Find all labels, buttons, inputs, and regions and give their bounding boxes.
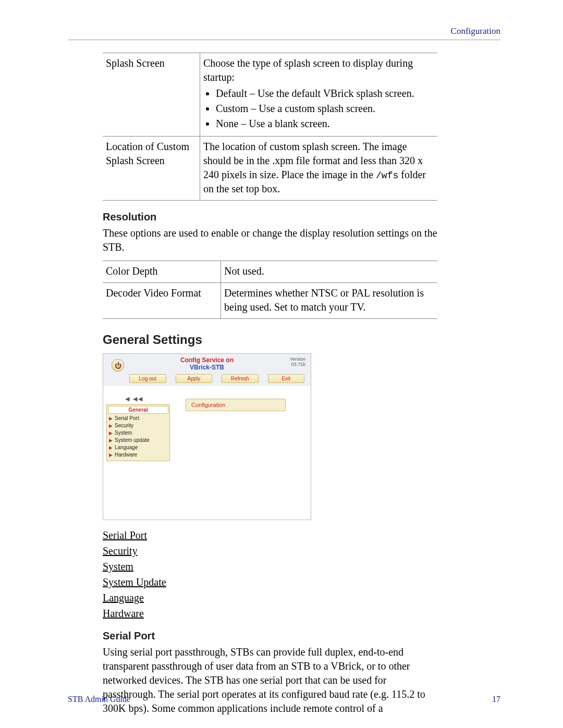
list-item: None – Use a blank screen.: [216, 117, 432, 131]
sidebar-item-label: System update: [115, 437, 150, 443]
triangle-icon: ▶: [109, 430, 113, 436]
inline-code: /wfs: [376, 170, 398, 181]
sidebar-item-label: Hardware: [115, 452, 137, 458]
resolution-table: Color Depth Not used. Decoder Video Form…: [103, 261, 437, 319]
title-line2: VBrick-STB: [190, 364, 224, 371]
nav-arrows-icon[interactable]: ◀ ◀◀: [106, 396, 170, 402]
cell-label: Decoder Video Format: [103, 283, 221, 319]
version-value: 03.71b: [291, 362, 305, 367]
link-system-update[interactable]: System Update: [103, 576, 166, 588]
exit-button[interactable]: Exit: [268, 374, 305, 383]
general-settings-heading: General Settings: [103, 332, 437, 347]
logout-button[interactable]: Log out: [129, 374, 166, 383]
splash-list: Default – Use the default VBrick splash …: [203, 87, 432, 131]
serial-port-body: Using serial port passthrough, STBs can …: [103, 645, 437, 715]
header-link: Configuration: [68, 26, 500, 36]
footer-guide-name: STB Admin Guide: [68, 695, 130, 704]
version-word: Version: [290, 356, 305, 362]
cell-desc: Not used.: [221, 261, 438, 283]
triangle-icon: ▶: [109, 452, 113, 458]
sidebar-item-general[interactable]: General: [108, 406, 168, 414]
table-row: Decoder Video Format Determines whether …: [103, 283, 437, 319]
cell-label: Splash Screen: [103, 53, 200, 137]
sidebar-item-security[interactable]: ▶Security: [108, 422, 168, 429]
list-item: Default – Use the default VBrick splash …: [216, 87, 432, 101]
cell-desc: Determines whether NTSC or PAL resolutio…: [221, 283, 438, 319]
sidebar-item-system[interactable]: ▶System: [108, 429, 168, 437]
link-hardware[interactable]: Hardware: [103, 608, 144, 619]
table-row: Color Depth Not used.: [103, 261, 437, 283]
link-security[interactable]: Security: [103, 545, 138, 557]
splash-intro: Choose the type of splash screen to disp…: [203, 57, 413, 83]
sidebar-item-serial-port[interactable]: ▶Serial Port: [108, 415, 168, 422]
sidebar-item-label: System: [115, 430, 132, 436]
triangle-icon: ▶: [109, 416, 113, 422]
triangle-icon: ▶: [109, 423, 113, 429]
sidebar-item-hardware[interactable]: ▶Hardware: [108, 451, 168, 459]
sidebar-menu: General ▶Serial Port ▶Security ▶System ▶…: [106, 404, 170, 461]
link-serial-port[interactable]: Serial Port: [103, 529, 147, 541]
screenshot-body: ◀ ◀◀ General ▶Serial Port ▶Security ▶Sys…: [103, 386, 311, 520]
sidebar-item-label: Language: [115, 445, 138, 451]
configuration-box[interactable]: Configuration: [186, 399, 286, 411]
page-footer: STB Admin Guide 17: [68, 695, 500, 704]
cell-desc: The location of custom splash screen. Th…: [200, 137, 438, 201]
cell-label: Location of Custom Splash Screen: [103, 137, 200, 201]
resolution-heading: Resolution: [103, 211, 437, 223]
list-item: Custom – Use a custom splash screen.: [216, 102, 432, 116]
config-service-screenshot: ⏻ Config Service on VBrick-STB Version 0…: [103, 353, 311, 520]
refresh-button[interactable]: Refresh: [222, 374, 259, 383]
splash-table: Splash Screen Choose the type of splash …: [103, 53, 437, 201]
triangle-icon: ▶: [109, 445, 113, 451]
screenshot-header: ⏻ Config Service on VBrick-STB Version 0…: [103, 354, 311, 386]
screenshot-sidebar: ◀ ◀◀ General ▶Serial Port ▶Security ▶Sys…: [103, 386, 170, 520]
title-line1: Config Service on: [180, 356, 234, 364]
screenshot-content: Configuration: [170, 386, 311, 520]
sidebar-item-system-update[interactable]: ▶System update: [108, 437, 168, 444]
cell-label: Color Depth: [103, 261, 221, 283]
resolution-intro: These options are used to enable or chan…: [103, 226, 437, 254]
apply-button[interactable]: Apply: [176, 374, 213, 383]
link-language[interactable]: Language: [103, 592, 144, 603]
link-system[interactable]: System: [103, 561, 133, 572]
version-label: Version 03.71b: [290, 357, 305, 367]
sidebar-item-language[interactable]: ▶Language: [108, 444, 168, 451]
serial-port-heading: Serial Port: [103, 630, 437, 642]
screenshot-title: Config Service on VBrick-STB: [103, 357, 311, 372]
sidebar-item-label: Security: [115, 423, 133, 429]
triangle-icon: ▶: [109, 438, 113, 443]
table-row: Splash Screen Choose the type of splash …: [103, 53, 437, 137]
sidebar-item-label: Serial Port: [115, 415, 139, 422]
table-row: Location of Custom Splash Screen The loc…: [103, 137, 437, 201]
header-button-row: Log out Apply Refresh Exit: [129, 374, 304, 383]
header-rule: [68, 40, 500, 40]
cell-desc: Choose the type of splash screen to disp…: [200, 53, 438, 137]
footer-page-number: 17: [492, 695, 500, 704]
